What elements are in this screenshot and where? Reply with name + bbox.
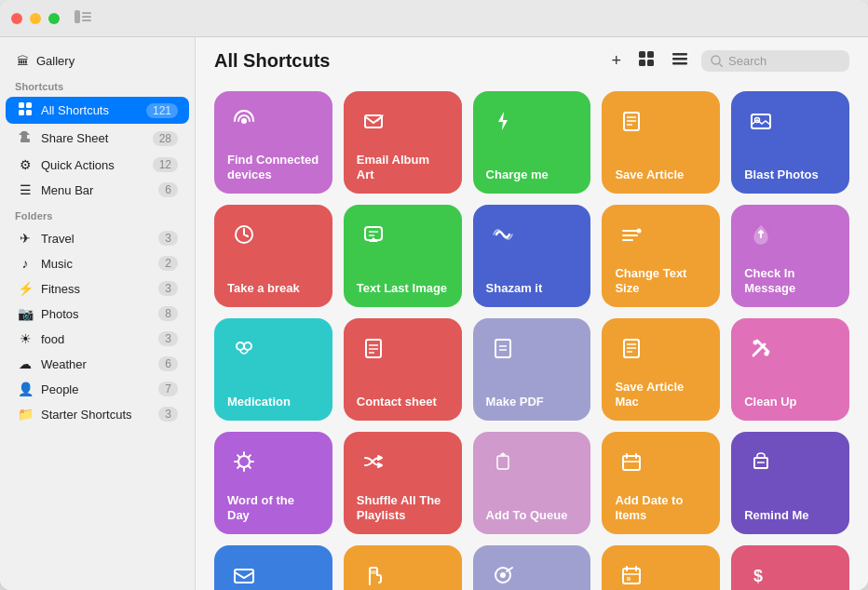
shortcut-card-find-connected[interactable]: Find Connected devices bbox=[214, 91, 332, 194]
music-label: Music bbox=[41, 257, 151, 271]
svg-text:$: $ bbox=[753, 567, 763, 585]
shortcut-card-add-date[interactable]: Add Date to Items bbox=[602, 432, 720, 534]
sidebar-item-starter[interactable]: 📁 Starter Shortcuts 3 bbox=[6, 402, 189, 426]
shortcut-icon-remind-me bbox=[744, 445, 778, 478]
shortcut-card-medication[interactable]: Medication bbox=[214, 318, 332, 421]
sidebar-item-fitness[interactable]: ⚡ Fitness 3 bbox=[6, 276, 189, 301]
sidebar-item-menu-bar[interactable]: ☰ Menu Bar 6 bbox=[6, 178, 189, 202]
shortcut-icon-charge-me bbox=[486, 104, 520, 138]
shortcut-icon-shuffle-all bbox=[357, 445, 390, 478]
sidebar-item-photos[interactable]: 📷 Photos 8 bbox=[6, 302, 189, 326]
shortcut-label-shuffle-all: Shuffle All The Playlists bbox=[357, 493, 449, 524]
svg-point-16 bbox=[712, 56, 720, 64]
shortcut-card-save-article-mac[interactable]: Save Article Mac bbox=[602, 318, 720, 421]
sidebar-item-weather[interactable]: ☁ Weather 6 bbox=[6, 352, 189, 376]
shortcut-card-clean-up[interactable]: Clean Up bbox=[731, 318, 849, 421]
add-button[interactable]: + bbox=[607, 47, 625, 74]
svg-rect-11 bbox=[639, 60, 645, 66]
shortcut-card-make-pdf[interactable]: Make PDF bbox=[473, 318, 591, 421]
shortcut-card-take-break[interactable]: Take a break bbox=[214, 205, 332, 307]
menu-bar-icon: ☰ bbox=[17, 182, 34, 197]
sidebar-item-travel[interactable]: ✈ Travel 3 bbox=[6, 226, 189, 250]
shortcut-label-word-of-day: Word of the Day bbox=[227, 493, 319, 524]
sidebar-item-people[interactable]: 👤 People 7 bbox=[6, 377, 189, 401]
travel-count: 3 bbox=[158, 231, 178, 246]
sidebar-item-all-shortcuts[interactable]: All Shortcuts 121 bbox=[6, 97, 189, 124]
sidebar-toggle-button[interactable] bbox=[75, 10, 91, 27]
shortcut-icon-contact-sheet bbox=[357, 331, 390, 365]
shortcut-icon-change-text-size bbox=[615, 218, 648, 251]
shortcut-icon-gas-street bbox=[357, 558, 390, 590]
shortcut-card-check-in[interactable]: Check In Message bbox=[731, 205, 849, 307]
shortcut-card-charge-me[interactable]: Charge me bbox=[473, 91, 591, 194]
sidebar-item-quick-actions[interactable]: ⚙ Quick Actions 12 bbox=[6, 153, 189, 177]
shortcut-label-check-in: Check In Message bbox=[744, 266, 836, 297]
shortcut-card-add-queue[interactable]: Add To Queue bbox=[473, 432, 591, 534]
fitness-label: Fitness bbox=[41, 282, 151, 296]
shortcut-label-medication: Medication bbox=[227, 395, 319, 409]
svg-rect-10 bbox=[647, 51, 654, 58]
svg-rect-9 bbox=[639, 51, 645, 58]
minimize-button[interactable] bbox=[30, 13, 41, 24]
shortcut-card-sort-lines[interactable]: Sort Lines bbox=[473, 545, 591, 590]
maximize-button[interactable] bbox=[48, 13, 60, 24]
page-title: All Shortcuts bbox=[214, 50, 594, 72]
shortcut-icon-save-article-mac bbox=[615, 331, 648, 365]
main-content: All Shortcuts + bbox=[196, 37, 868, 590]
shortcut-card-email-album[interactable]: Email Album Art bbox=[344, 91, 462, 194]
search-icon bbox=[711, 55, 723, 67]
shortcut-card-word-of-day[interactable]: Word of the Day bbox=[214, 432, 332, 534]
titlebar bbox=[0, 0, 868, 37]
sidebar-item-music[interactable]: ♪ Music 2 bbox=[6, 251, 189, 275]
shortcut-card-save-article[interactable]: Save Article bbox=[602, 91, 720, 194]
list-view-button[interactable] bbox=[668, 47, 692, 74]
shortcut-card-remind-me[interactable]: Remind Me bbox=[731, 432, 849, 534]
starter-label: Starter Shortcuts bbox=[41, 408, 151, 422]
svg-rect-5 bbox=[26, 102, 32, 108]
gallery-icon: 🏛 bbox=[17, 54, 29, 68]
food-label: food bbox=[41, 332, 151, 346]
shortcut-card-text-last-image[interactable]: Text Last Image bbox=[344, 205, 462, 307]
shortcut-card-how-many-days[interactable]: How Many Days Until bbox=[602, 545, 720, 590]
svg-rect-14 bbox=[672, 58, 687, 60]
shortcut-icon-find-connected bbox=[227, 104, 261, 138]
shortcut-label-add-queue: Add To Queue bbox=[486, 508, 578, 523]
shortcut-label-contact-sheet: Contact sheet bbox=[357, 395, 449, 409]
sidebar-item-share-sheet[interactable]: Share Sheet 28 bbox=[6, 125, 189, 152]
sidebar-item-food[interactable]: ☀ food 3 bbox=[6, 327, 189, 351]
svg-line-56 bbox=[249, 455, 251, 457]
shortcut-icon-save-article bbox=[615, 104, 648, 138]
shortcut-card-shazam-it[interactable]: Shazam it bbox=[473, 205, 591, 307]
travel-label: Travel bbox=[41, 232, 151, 246]
close-button[interactable] bbox=[11, 13, 22, 24]
shortcut-icon-sort-lines bbox=[486, 558, 520, 590]
shortcut-label-make-pdf: Make PDF bbox=[486, 395, 578, 409]
shortcut-card-gas-street[interactable]: Gas On This Street bbox=[344, 545, 462, 590]
shortcut-label-clean-up: Clean Up bbox=[744, 395, 836, 409]
shortcut-card-email-myself[interactable]: Email Myself bbox=[214, 545, 332, 590]
grid-view-button[interactable] bbox=[634, 47, 658, 74]
shortcut-icon-how-many-days bbox=[615, 558, 648, 590]
shortcut-card-blast-photos[interactable]: Blast Photos bbox=[731, 91, 849, 194]
photos-label: Photos bbox=[41, 307, 151, 321]
shortcut-label-shazam-it: Shazam it bbox=[486, 281, 578, 296]
svg-point-48 bbox=[765, 352, 769, 356]
share-sheet-label: Share Sheet bbox=[41, 131, 145, 145]
svg-rect-7 bbox=[26, 110, 32, 115]
sidebar-item-gallery[interactable]: 🏛 Gallery bbox=[6, 49, 189, 73]
shortcut-label-remind-me: Remind Me bbox=[744, 508, 836, 523]
people-icon: 👤 bbox=[17, 382, 34, 396]
shortcut-card-change-text-size[interactable]: Change Text Size bbox=[602, 205, 720, 307]
svg-rect-73 bbox=[627, 577, 631, 581]
search-input[interactable] bbox=[728, 54, 840, 68]
shortcut-icon-email-myself bbox=[227, 558, 261, 590]
fitness-count: 3 bbox=[158, 281, 178, 296]
folders-section-label: Folders bbox=[0, 203, 195, 225]
all-shortcuts-icon bbox=[17, 101, 34, 119]
shortcut-card-calculate-tip[interactable]: $ Calculate Tip bbox=[731, 545, 849, 590]
shortcut-label-change-text-size: Change Text Size bbox=[615, 266, 707, 297]
shortcut-card-shuffle-all[interactable]: Shuffle All The Playlists bbox=[344, 432, 462, 534]
shortcut-card-contact-sheet[interactable]: Contact sheet bbox=[344, 318, 462, 421]
svg-rect-59 bbox=[623, 456, 640, 470]
quick-actions-count: 12 bbox=[153, 157, 178, 172]
